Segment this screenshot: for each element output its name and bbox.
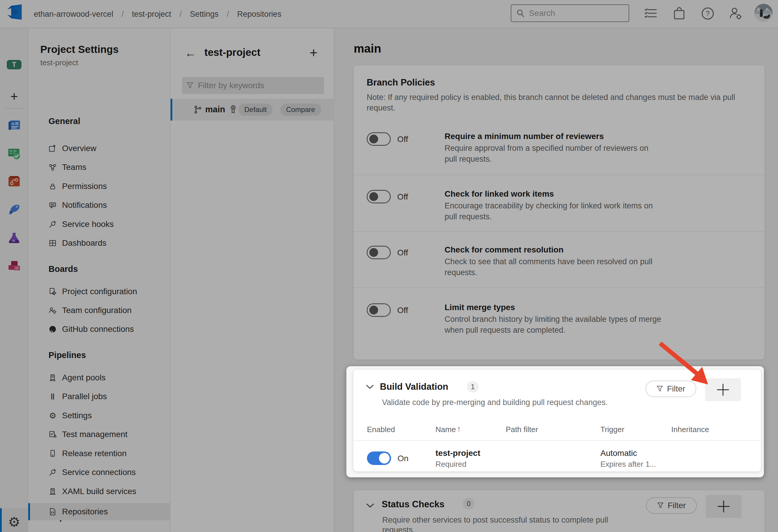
repos-icon[interactable] (7, 175, 21, 189)
boards-icon[interactable] (7, 146, 21, 161)
sidebar-item-label: Service connections (62, 468, 136, 477)
branch-filter-box[interactable] (182, 77, 324, 94)
policy-desc: Control branch history by limiting the a… (445, 314, 662, 336)
code-file-icon (49, 508, 57, 516)
policy-title: Limit merge types (445, 303, 515, 312)
breadcrumb-project[interactable]: test-project (132, 10, 171, 19)
sidebar-item-label: Parallel jobs (62, 392, 107, 401)
policy-title: Require a minimum number of reviewers (445, 132, 604, 141)
sidebar-item-xaml-build-services[interactable]: XAML build services (49, 483, 166, 500)
branch-heading: main (354, 42, 381, 55)
avatar[interactable] (755, 4, 773, 22)
sidebar-item-service-hooks[interactable]: Service hooks (49, 216, 166, 233)
policy-desc: Require approval from a specified number… (445, 143, 662, 165)
sidebar-item-label: Test management (62, 430, 128, 439)
sidebar-item-teams[interactable]: Teams (49, 159, 166, 175)
sidebar-item-label: Settings (62, 411, 92, 420)
azure-devops-logo[interactable] (7, 4, 23, 20)
sidebar-item-agent-pools[interactable]: Agent pools (49, 369, 166, 386)
build-policy-name[interactable]: test-project (436, 449, 480, 458)
branch-policies-note: Note: If any required policy is enabled,… (367, 92, 752, 113)
sidebar-item-label: Overview (62, 144, 96, 153)
toggle-comment-resolution[interactable] (367, 246, 391, 259)
search-box[interactable] (511, 4, 629, 22)
status-checks-card: Status Checks 0 Require other services t… (354, 490, 765, 532)
sidebar-item-overview[interactable]: Overview (49, 140, 166, 157)
plug-icon (49, 468, 57, 476)
toggle-min-reviewers[interactable] (367, 132, 391, 146)
top-bar: ethan-arrowood-vercel / test-project / S… (0, 0, 778, 28)
clipboard-check-icon (49, 430, 57, 439)
marketplace-bag-icon[interactable] (672, 6, 686, 20)
breadcrumb-org[interactable]: ethan-arrowood-vercel (34, 10, 113, 19)
breadcrumb-separator: / (122, 10, 124, 19)
help-icon[interactable]: ? (701, 6, 715, 20)
plus-icon (716, 383, 730, 396)
artifacts-icon[interactable] (7, 259, 21, 273)
add-project-button[interactable]: + (0, 89, 28, 104)
column-header-name[interactable]: Name (436, 425, 456, 434)
teams-icon (49, 163, 57, 171)
sidebar-item-parallel-jobs[interactable]: Parallel jobs (49, 388, 166, 405)
compare-badge[interactable]: Compare (280, 103, 321, 116)
back-button[interactable]: ← (185, 47, 197, 60)
task-list-icon[interactable] (644, 6, 658, 20)
branch-row-main[interactable]: main Default Compare (170, 99, 334, 120)
toggle-build-policy-enabled[interactable] (367, 451, 391, 465)
add-branch-policy-button[interactable]: + (310, 45, 318, 61)
selected-indicator (170, 99, 172, 120)
toggle-state: Off (397, 135, 408, 144)
plug-icon (49, 220, 57, 229)
sidebar-item-team-configuration[interactable]: Team configuration (49, 302, 166, 319)
sidebar-item-label: Teams (62, 163, 86, 172)
pipelines-icon[interactable] (7, 203, 21, 217)
chevron-down-icon[interactable] (366, 384, 374, 390)
sidebar-item-notifications[interactable]: Notifications (49, 197, 166, 213)
add-status-check-button[interactable] (706, 495, 742, 518)
column-header-enabled: Enabled (367, 425, 395, 434)
overview-icon[interactable] (7, 118, 21, 132)
test-plans-icon[interactable] (7, 231, 21, 245)
status-checks-title: Status Checks (382, 499, 445, 510)
policy-title: Check for comment resolution (445, 245, 564, 255)
project-avatar[interactable]: T (7, 60, 21, 69)
filter-label: Filter (668, 501, 686, 510)
toggle-limit-merge-types[interactable] (367, 303, 391, 317)
branch-filter-input[interactable] (198, 81, 310, 90)
sidebar-item-github-connections[interactable]: GitHub connections (49, 321, 166, 337)
toggle-linked-work-items[interactable] (367, 190, 391, 203)
sidebar-item-label: Notifications (62, 200, 107, 210)
policy-row-min-reviewers: Off Require a minimum number of reviewer… (354, 123, 765, 175)
breadcrumb-repositories[interactable]: Repositories (237, 10, 282, 19)
add-build-policy-button[interactable] (705, 378, 741, 401)
build-validation-filter-button[interactable]: Filter (645, 381, 696, 397)
search-icon (516, 9, 525, 18)
status-checks-filter-button[interactable]: Filter (646, 497, 697, 514)
branch-policies-card: Branch Policies Note: If any required po… (354, 66, 765, 359)
sidebar-item-project-configuration[interactable]: Project configuration (49, 283, 166, 300)
sidebar-item-label: Permissions (62, 182, 107, 191)
sidebar-item-service-connections[interactable]: Service connections (49, 464, 166, 480)
chevron-down-icon[interactable] (366, 503, 374, 509)
column-header-inheritance: Inheritance (671, 425, 709, 434)
device-icon (49, 449, 57, 458)
section-boards: Boards (49, 264, 78, 274)
svg-text:?: ? (706, 9, 709, 17)
search-input[interactable] (529, 8, 617, 18)
sidebar-item-permissions[interactable]: Permissions (49, 178, 166, 195)
sidebar-item-release-retention[interactable]: Release retention (49, 445, 166, 462)
user-settings-icon[interactable] (728, 6, 743, 20)
sidebar-item-label: Service hooks (62, 219, 114, 229)
rail-divider (5, 108, 23, 109)
sidebar-item-dashboards[interactable]: Dashboards (49, 235, 166, 251)
breadcrumb-settings[interactable]: Settings (190, 10, 219, 19)
policy-row-limit-merge-types: Off Limit merge types Control branch his… (354, 287, 765, 359)
build-validation-spotlight: Build Validation 1 Validate code by pre-… (346, 366, 764, 477)
sidebar-item-repositories[interactable]: Repositories (49, 504, 166, 520)
project-settings-gear-icon[interactable]: ⚙ (0, 508, 28, 532)
document-gear-icon (49, 287, 57, 296)
sidebar-item-pipeline-settings[interactable]: ⚙ Settings (49, 408, 166, 424)
filter-label: Filter (667, 384, 685, 393)
sidebar-item-test-management[interactable]: Test management (49, 426, 166, 443)
toggle-state: Off (397, 192, 408, 202)
